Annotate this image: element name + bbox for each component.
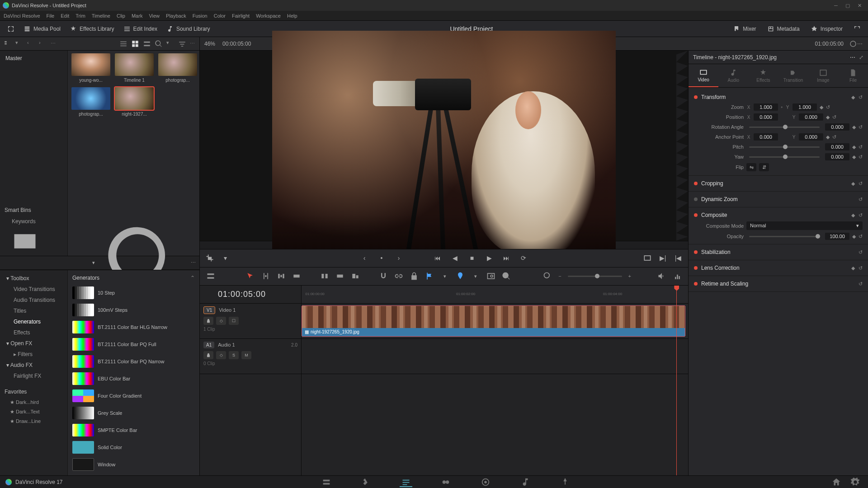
tab-file[interactable]: File (838, 64, 868, 87)
page-media[interactable] (320, 477, 333, 487)
overwrite-icon[interactable] (335, 272, 344, 281)
meter-icon[interactable] (673, 272, 682, 281)
opacity-field[interactable]: 100.00 (825, 233, 849, 240)
section-lens[interactable]: Lens Correction (701, 265, 848, 271)
home-icon[interactable] (830, 477, 843, 487)
track-tag[interactable]: V1 (203, 306, 215, 314)
close-button[interactable]: ✕ (854, 1, 865, 9)
playhead[interactable] (676, 286, 677, 476)
insert-icon[interactable] (320, 272, 329, 281)
zoom-fit-icon[interactable] (502, 272, 511, 281)
reset-icon[interactable]: ↺ (859, 181, 863, 187)
menu-item[interactable]: Trim (75, 13, 85, 19)
options-icon[interactable]: ⋯ (51, 41, 57, 47)
reset-icon[interactable]: ↺ (859, 234, 863, 239)
tab-image[interactable]: Image (808, 64, 838, 87)
keyframe-icon[interactable]: ◆ (826, 134, 830, 140)
stop-icon[interactable]: ■ (467, 253, 476, 263)
generator-item[interactable]: BT.2111 Color Bar HLG Narrow (70, 319, 198, 335)
video-track-lane[interactable]: ▦night-1927265_1920.jpg (302, 304, 688, 339)
menu-item[interactable]: Edit (61, 13, 69, 19)
media-pool-toggle[interactable]: Media Pool (19, 23, 65, 34)
keyframe-icon[interactable]: ◆ (820, 104, 823, 110)
step-back-icon[interactable]: ◀ (450, 253, 459, 263)
generator-item[interactable]: BT.2111 Color Bar PQ Narrow (70, 353, 198, 370)
auto-select-button[interactable]: ◇ (216, 317, 226, 325)
generator-item[interactable]: Four Color Gradient (70, 388, 198, 404)
tab-effects[interactable]: Effects (748, 64, 778, 87)
prev-edit-icon[interactable]: ‹ (360, 253, 369, 263)
menu-item[interactable]: Clip (117, 13, 125, 19)
pos-y-field[interactable]: 0.000 (799, 113, 823, 121)
list-view-icon[interactable] (119, 40, 127, 48)
page-cut[interactable] (360, 477, 373, 487)
flag-icon[interactable] (425, 272, 434, 281)
keyframe-icon[interactable]: ◆ (826, 114, 830, 120)
reset-icon[interactable]: ↺ (859, 124, 863, 130)
chevron-down-icon[interactable]: ▾ (221, 253, 230, 263)
generator-item[interactable]: 10 Step (70, 285, 198, 301)
fx-cat[interactable]: Audio Transitions (0, 295, 67, 305)
chevron-down-icon[interactable]: ▾ (440, 272, 449, 281)
keyframe-icon[interactable]: ◆ (851, 181, 855, 187)
favorite-item[interactable]: ★ Dark...hird (0, 398, 67, 407)
crop-icon[interactable] (205, 253, 214, 263)
nav-back-icon[interactable]: ‹ (27, 40, 35, 48)
section-stabilization[interactable]: Stabilization (701, 249, 855, 255)
rotation-field[interactable]: 0.000 (825, 123, 849, 131)
fx-cat[interactable]: Effects (0, 327, 67, 338)
step-fwd-icon[interactable]: ▶| (658, 253, 667, 263)
mixer-toggle[interactable]: Mixer (728, 23, 760, 34)
generator-item[interactable]: Solid Color (70, 439, 198, 455)
page-edit[interactable] (400, 477, 412, 487)
keyframe-icon[interactable]: ◆ (852, 144, 856, 150)
link-icon[interactable]: ⸰ (781, 104, 783, 110)
effects-library-toggle[interactable]: Effects Library (65, 23, 118, 34)
clip-item[interactable]: young-wo... (71, 53, 110, 83)
zoom-x-field[interactable]: 1.000 (754, 103, 778, 111)
menu-item[interactable]: Fusion (193, 13, 208, 19)
composite-mode-select[interactable]: Normal▾ (746, 221, 863, 230)
match-frame-icon[interactable] (643, 253, 652, 263)
video-track-header[interactable]: V1 Video 1 ◇ ☐ 1 Clip (200, 304, 301, 339)
edit-index-toggle[interactable]: Edit Index (119, 23, 162, 34)
find-icon[interactable] (486, 272, 495, 281)
sound-library-toggle[interactable]: Sound Library (162, 23, 215, 34)
expand-icon[interactable]: ⤢ (859, 54, 863, 61)
timeline-ruler[interactable]: 01:00:00:00 01:00:02:00 01:00:04:00 (302, 286, 688, 304)
fx-cat[interactable]: Titles (0, 305, 67, 316)
options-icon[interactable]: ⋯ (857, 41, 863, 47)
tab-video[interactable]: Video (689, 64, 718, 87)
lock-track-button[interactable] (203, 351, 213, 359)
menu-item[interactable]: View (149, 13, 160, 19)
reset-icon[interactable]: ↺ (859, 212, 863, 218)
reset-icon[interactable]: ↺ (859, 249, 863, 255)
yaw-field[interactable]: 0.000 (825, 153, 849, 160)
selection-tool-icon[interactable] (246, 272, 255, 281)
reset-icon[interactable]: ↺ (832, 134, 836, 140)
yaw-slider[interactable] (749, 156, 820, 158)
loop-icon[interactable]: ⟳ (519, 253, 528, 263)
keyframe-icon[interactable]: ◆ (851, 212, 855, 218)
nav-fwd-icon[interactable]: › (39, 40, 47, 48)
metadata-toggle[interactable]: Metadata (763, 23, 804, 34)
menu-item[interactable]: File (47, 13, 55, 19)
audio-mute-icon[interactable] (657, 272, 666, 281)
go-end-icon[interactable]: ⏭ (502, 253, 511, 263)
thumb-view-icon[interactable] (131, 40, 139, 48)
keyframe-icon[interactable]: ◆ (851, 94, 855, 100)
solo-button[interactable]: S (229, 351, 239, 359)
auto-select-button[interactable]: ◇ (216, 351, 226, 359)
generator-item[interactable]: Window (70, 456, 198, 473)
clip-item[interactable]: photograp... (158, 53, 197, 83)
fx-cat[interactable]: Fairlight FX (0, 371, 67, 381)
reset-icon[interactable]: ↺ (859, 154, 863, 160)
fx-cat-toolbox[interactable]: ▾ Toolbox (0, 273, 67, 284)
flip-v-button[interactable]: ⇵ (759, 163, 769, 171)
audio-track-lane[interactable] (302, 339, 688, 374)
fx-cat[interactable]: Video Transitions (0, 284, 67, 295)
favorite-item[interactable]: ★ Dark...Text (0, 407, 67, 417)
clip-item[interactable]: Timeline 1 (115, 53, 154, 83)
zoom-slider[interactable] (568, 276, 622, 277)
page-color[interactable] (479, 477, 492, 487)
